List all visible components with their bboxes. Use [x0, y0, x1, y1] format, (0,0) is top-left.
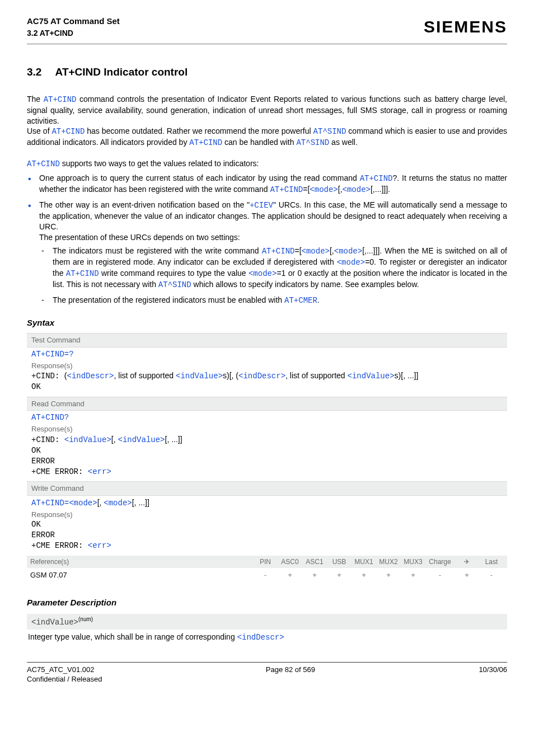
link-atcind[interactable]: AT+CIND — [360, 174, 393, 183]
param-mode[interactable]: <mode> — [104, 499, 132, 508]
footer-page: Page 82 of 569 — [266, 665, 315, 684]
param-inddescr[interactable]: <indDescr> — [238, 372, 285, 381]
text: [, — [330, 246, 334, 255]
link-atcind[interactable]: AT+CIND — [27, 159, 60, 168]
text: [, — [338, 185, 343, 194]
section-title: 3.2 AT+CIND Indicator control — [27, 65, 507, 79]
param-sup: (num) — [78, 616, 93, 622]
mark: + — [455, 570, 479, 580]
param-inddescr[interactable]: <indDescr> — [237, 633, 284, 642]
reference-data-row: GSM 07.07 - + + + + + + - + - — [27, 568, 507, 583]
col-charge: Charge — [425, 557, 455, 566]
mark: - — [253, 570, 278, 580]
text: Use of — [27, 126, 51, 135]
response-label: Response(s) — [31, 510, 503, 520]
text: The presentation of these URCs depends o… — [39, 233, 240, 242]
text: [, ...]] — [165, 435, 182, 444]
write-command-label: Write Command — [27, 481, 507, 496]
link-atcind[interactable]: AT+CIND — [51, 127, 85, 136]
param-mode[interactable]: <mode> — [249, 269, 277, 278]
reference-header-row: Reference(s) PIN ASC0 ASC1 USB MUX1 MUX2… — [27, 556, 507, 568]
text: s)[, ...]] — [395, 371, 419, 380]
text: +CIND: — [31, 372, 64, 381]
link-atsind[interactable]: AT^SIND — [313, 127, 346, 136]
ok-text: OK — [31, 382, 41, 391]
param-inddescr[interactable]: <indDescr> — [67, 372, 114, 381]
link-atcind[interactable]: AT+CIND — [66, 269, 99, 278]
mark: - — [425, 570, 455, 580]
param-indvalue[interactable]: <indValue> — [118, 435, 165, 444]
doc-version: AC75_ATC_V01.002 — [27, 665, 94, 674]
bullet-list: One approach is to query the current sta… — [27, 173, 507, 306]
response-label: Response(s) — [31, 361, 503, 371]
col-mux1: MUX1 — [352, 557, 376, 566]
parameter-heading: Parameter Description — [27, 597, 507, 608]
brand-logo: SIEMENS — [424, 16, 507, 39]
param-mode[interactable]: <mode> — [337, 258, 365, 267]
text: [,...]]]. — [371, 185, 390, 194]
mark: + — [302, 570, 327, 580]
text: has become outdated. Rather we recommend… — [85, 126, 313, 135]
cme-text: +CME ERROR: — [31, 541, 88, 550]
text: The other way is an event-driven notific… — [39, 200, 250, 209]
write-response: OK ERROR +CME ERROR: <err> — [31, 519, 503, 551]
link-atcind[interactable]: AT+CIND — [189, 138, 222, 147]
link-atsind[interactable]: AT^SIND — [296, 138, 329, 147]
list-item: The presentation of the registered indic… — [39, 295, 507, 306]
param-indvalue[interactable]: <indValue> — [176, 372, 223, 381]
text: , list of supported — [114, 371, 176, 380]
link-atcind[interactable]: AT+CIND — [44, 95, 77, 104]
param-err[interactable]: <err> — [88, 467, 111, 476]
test-command: AT+CIND=? — [31, 349, 503, 360]
reference-value: GSM 07.07 — [30, 570, 253, 580]
doc-title: AC75 AT Command Set — [27, 16, 120, 27]
param-mode[interactable]: <mode> — [343, 185, 371, 194]
read-command: AT+CIND? — [31, 412, 503, 423]
test-command-block: AT+CIND=? Response(s) +CIND: (<indDescr>… — [27, 348, 507, 397]
param-err[interactable]: <err> — [88, 541, 111, 550]
link-atcind[interactable]: AT+CIND — [270, 185, 303, 194]
param-indvalue[interactable]: <indValue> — [64, 435, 111, 444]
text: which allows to specify indicators by na… — [191, 280, 419, 289]
text: The — [27, 95, 44, 104]
footer-left: AC75_ATC_V01.002 Confidential / Released — [27, 665, 102, 684]
header-left: AC75 AT Command Set 3.2 AT+CIND — [27, 16, 120, 39]
param-mode[interactable]: <mode> — [302, 247, 330, 256]
reference-label: Reference(s) — [30, 557, 253, 566]
text: The indicators must be registered with t… — [53, 246, 262, 255]
section-name: AT+CIND Indicator control — [55, 66, 188, 78]
link-atcmer[interactable]: AT+CMER — [284, 296, 317, 305]
link-atcind[interactable]: AT+CIND — [262, 247, 295, 256]
param-mode[interactable]: <mode> — [334, 247, 362, 256]
list-item: The other way is an event-driven notific… — [27, 200, 507, 306]
intro-para-3: AT+CIND supports two ways to get the val… — [27, 158, 507, 170]
dash-list: The indicators must be registered with t… — [39, 246, 507, 306]
param-mode[interactable]: <mode> — [310, 185, 338, 194]
text: s)[, ( — [223, 371, 238, 380]
col-asc0: ASC0 — [278, 557, 302, 566]
col-pin: PIN — [253, 557, 278, 566]
mark: + — [278, 570, 302, 580]
link-ciev[interactable]: +CIEV — [250, 201, 273, 210]
param-indvalue[interactable]: <indValue> — [31, 618, 78, 627]
mark: + — [376, 570, 401, 580]
page-footer: AC75_ATC_V01.002 Confidential / Released… — [27, 663, 507, 684]
param-indvalue[interactable]: <indValue> — [348, 372, 395, 381]
text: =[ — [294, 246, 301, 255]
col-mux2: MUX2 — [376, 557, 401, 566]
intro-para-1: The AT+CIND command controls the present… — [27, 94, 507, 126]
mark: + — [327, 570, 352, 580]
doc-status: Confidential / Released — [27, 675, 102, 683]
section-number: 3.2 — [27, 65, 53, 79]
cme-text: +CME ERROR: — [31, 467, 88, 476]
link-atsind[interactable]: AT^SIND — [158, 280, 191, 289]
error-text: ERROR — [31, 530, 55, 539]
param-mode[interactable]: <mode> — [69, 499, 97, 508]
col-asc1: ASC1 — [302, 557, 327, 566]
airplane-icon: ✈ — [455, 557, 479, 566]
write-command: AT+CIND=<mode>[, <mode>[, ...]] — [31, 497, 503, 509]
response-label: Response(s) — [31, 424, 503, 434]
mark: - — [479, 570, 504, 580]
header-rule — [27, 43, 507, 45]
footer-date: 10/30/06 — [479, 665, 507, 684]
